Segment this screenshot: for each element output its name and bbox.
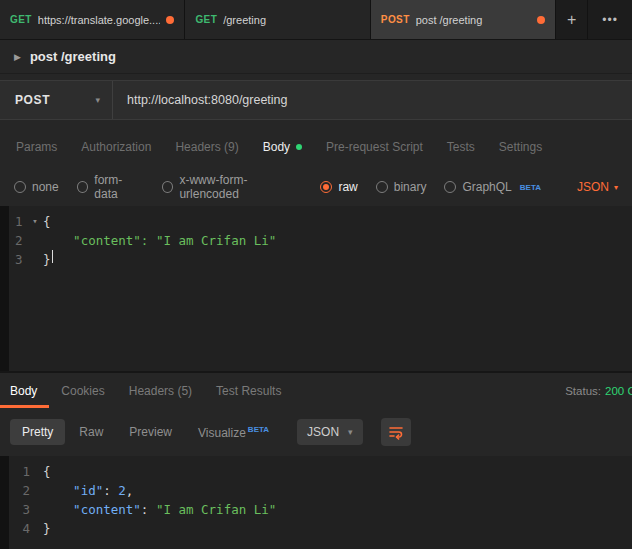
response-tab-cookies[interactable]: Cookies (49, 373, 116, 408)
chevron-down-icon: ▾ (614, 183, 618, 192)
radio-icon (444, 181, 456, 193)
raw-language-select[interactable]: JSON ▾ (577, 180, 618, 194)
tab-options-button[interactable]: ••• (588, 0, 632, 39)
body-type-raw-selected[interactable]: raw (320, 180, 357, 194)
body-type-form-data[interactable]: form-data (77, 173, 144, 201)
request-tabs: Params Authorization Headers (9) Body Pr… (0, 126, 632, 168)
tab-title: post /greeting (416, 14, 532, 26)
beta-badge: BETA (520, 183, 541, 192)
new-tab-button[interactable]: + (556, 0, 588, 39)
radio-icon (14, 181, 26, 193)
radio-icon (77, 181, 89, 193)
request-tab-2[interactable]: GET /greeting (185, 0, 370, 39)
response-body-editor[interactable]: 1 { 2 "id": 2, 3 "content": "I am Crifan… (0, 456, 632, 549)
code-line: 4 } (9, 519, 632, 538)
code-line: 2 "content": "I am Crifan Li" (9, 231, 632, 250)
chevron-down-icon: ▾ (348, 427, 353, 437)
view-raw-button[interactable]: Raw (67, 419, 115, 445)
wrap-lines-button[interactable] (381, 418, 411, 446)
tab-body-active[interactable]: Body (251, 140, 314, 154)
url-bar: POST ▾ http://localhost:8080/greeting (0, 80, 632, 120)
editor-edge (0, 206, 9, 371)
spacer (293, 373, 565, 408)
status-badge: 200 OK (605, 385, 632, 397)
tab-headers[interactable]: Headers (9) (163, 140, 250, 154)
url-builder-section: POST ▾ http://localhost:8080/greeting (0, 74, 632, 126)
collapse-caret-icon[interactable]: ▶ (14, 52, 21, 62)
body-type-binary[interactable]: binary (376, 180, 427, 194)
unsaved-dot-icon (537, 16, 545, 24)
tab-title: https://translate.google.... (38, 14, 161, 26)
tab-settings[interactable]: Settings (487, 140, 554, 154)
body-present-dot-icon (296, 144, 302, 150)
tab-body-label: Body (263, 140, 290, 154)
body-type-graphql[interactable]: GraphQL BETA (444, 180, 541, 194)
code-line: 3 "content": "I am Crifan Li" (9, 500, 632, 519)
code-line: 3 } (9, 250, 632, 269)
response-tabs: Body Cookies Headers (5) Test Results St… (0, 372, 632, 408)
request-title: post /greeting (30, 49, 116, 64)
code-line: 1 ▾ { (9, 212, 632, 231)
wrap-lines-icon (388, 424, 404, 440)
response-tab-test-results[interactable]: Test Results (204, 373, 293, 408)
workspace-tab-bar: GET https://translate.google.... GET /gr… (0, 0, 632, 40)
url-input[interactable]: http://localhost:8080/greeting (113, 81, 632, 119)
response-tab-headers[interactable]: Headers (5) (117, 373, 204, 408)
tab-authorization[interactable]: Authorization (69, 140, 163, 154)
tab-tests[interactable]: Tests (435, 140, 487, 154)
response-toolbar: Pretty Raw Preview VisualizeBETA JSON ▾ (0, 408, 632, 456)
radio-selected-icon (320, 181, 332, 193)
selected-method: POST (15, 93, 50, 107)
radio-icon (376, 181, 388, 193)
body-type-urlencoded[interactable]: x-www-form-urlencoded (162, 173, 303, 201)
radio-icon (162, 181, 174, 193)
fold-caret-icon[interactable]: ▾ (27, 212, 43, 231)
tab-title: /greeting (223, 14, 360, 26)
request-title-row: ▶ post /greeting (0, 40, 632, 74)
chevron-down-icon: ▾ (95, 95, 100, 105)
unsaved-dot-icon (166, 16, 174, 24)
code-line: 1 { (9, 462, 632, 481)
response-tab-body[interactable]: Body (0, 373, 49, 408)
body-type-none[interactable]: none (14, 180, 59, 194)
request-tab-1[interactable]: GET https://translate.google.... (0, 0, 185, 39)
response-language-select[interactable]: JSON ▾ (297, 419, 363, 445)
code-line: 2 "id": 2, (9, 481, 632, 500)
method-badge: POST (381, 14, 410, 25)
editor-edge (0, 456, 9, 549)
text-cursor (52, 250, 54, 263)
tab-params[interactable]: Params (4, 140, 69, 154)
request-body-editor[interactable]: 1 ▾ { 2 "content": "I am Crifan Li" 3 } (0, 206, 632, 372)
body-type-row: none form-data x-www-form-urlencoded raw… (0, 168, 632, 206)
beta-badge: BETA (248, 425, 269, 434)
response-status: Status: 200 OK (565, 373, 632, 408)
method-select[interactable]: POST ▾ (0, 81, 112, 119)
view-visualize-button[interactable]: VisualizeBETA (186, 419, 281, 446)
method-badge: GET (195, 14, 217, 25)
request-tab-3-active[interactable]: POST post /greeting (371, 0, 556, 39)
view-pretty-button[interactable]: Pretty (10, 419, 65, 445)
tab-pre-request-script[interactable]: Pre-request Script (314, 140, 435, 154)
method-badge: GET (10, 14, 32, 25)
view-preview-button[interactable]: Preview (117, 419, 184, 445)
